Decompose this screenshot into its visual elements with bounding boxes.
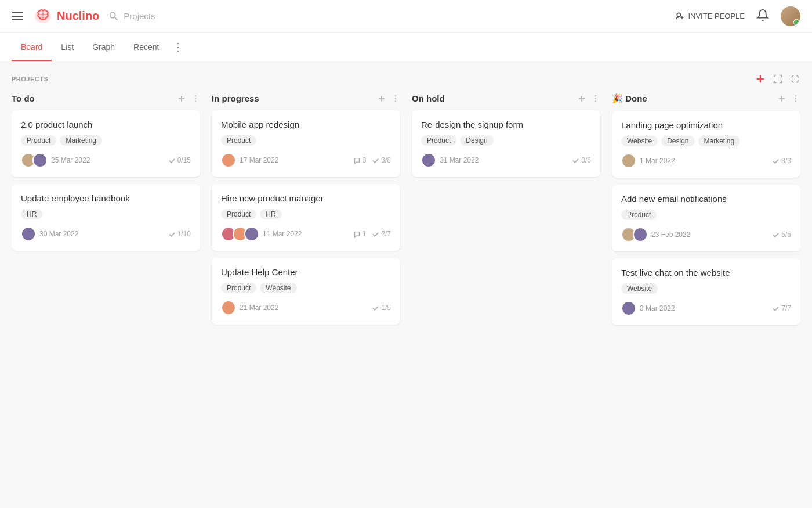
comment-count: 1 <box>353 230 367 238</box>
column-actions <box>377 94 400 103</box>
column-add-button[interactable] <box>377 94 386 103</box>
content-actions <box>755 74 800 84</box>
card-footer-right: 1/10 <box>168 230 191 238</box>
svg-point-13 <box>395 95 396 96</box>
svg-point-18 <box>595 95 596 96</box>
avatar-group <box>221 153 236 168</box>
notification-icon[interactable] <box>756 9 769 24</box>
svg-point-15 <box>395 100 396 102</box>
tab-recent[interactable]: Recent <box>124 34 168 61</box>
card-tags: ProductWebsite <box>221 283 391 293</box>
avatar-group <box>221 300 236 315</box>
card-title: Update Help Center <box>221 267 391 277</box>
column-header: In progress <box>212 93 400 103</box>
card[interactable]: Landing page optimizationWebsiteDesignMa… <box>612 111 800 178</box>
card[interactable]: Re-design the signup formProductDesign31… <box>412 110 600 177</box>
card[interactable]: Update employee handbookHR30 Mar 2022 1/… <box>12 184 200 251</box>
svg-line-2 <box>115 17 118 20</box>
check-count: 1/5 <box>372 304 391 312</box>
check-count: 7/7 <box>772 304 791 312</box>
card-date: 3 Mar 2022 <box>640 304 675 312</box>
tab-graph[interactable]: Graph <box>83 34 124 61</box>
avatar <box>421 153 436 168</box>
column-more-button[interactable] <box>191 94 200 103</box>
check-count: 3/8 <box>372 156 391 164</box>
card-title: Re-design the signup form <box>421 120 591 129</box>
card-date: 30 Mar 2022 <box>39 230 78 238</box>
card-footer-right: 5/5 <box>772 230 791 239</box>
check-count: 0/15 <box>168 156 191 164</box>
card-footer: 23 Feb 2022 5/5 <box>621 227 791 242</box>
menu-icon[interactable] <box>12 12 23 20</box>
search-bar[interactable]: Projects <box>108 11 155 21</box>
tag: Product <box>221 283 256 293</box>
tag: Design <box>661 136 694 146</box>
column-title: To do <box>12 93 35 103</box>
avatar-group <box>421 153 436 168</box>
card-date: 25 Mar 2022 <box>51 156 90 164</box>
card-tags: Product <box>221 135 391 146</box>
card-footer: 21 Mar 2022 1/5 <box>221 300 391 315</box>
card-footer: 11 Mar 2022 1 2/7 <box>221 226 391 242</box>
column-title: In progress <box>212 93 259 103</box>
avatar <box>32 153 48 168</box>
card-footer-right: 7/7 <box>772 304 791 312</box>
add-person-icon <box>675 12 684 21</box>
card[interactable]: Hire new product managerProductHR11 Mar … <box>212 184 400 251</box>
column-title: On hold <box>412 93 445 103</box>
tab-more-icon[interactable]: ⋮ <box>168 33 188 62</box>
card-footer-left: 11 Mar 2022 <box>221 226 302 242</box>
column-more-button[interactable] <box>591 94 600 103</box>
card-footer: 1 Mar 2022 3/3 <box>621 153 791 168</box>
user-avatar[interactable] <box>781 6 800 26</box>
card-tags: ProductMarketing <box>21 135 191 146</box>
svg-point-8 <box>195 95 196 96</box>
card-date: 17 Mar 2022 <box>240 156 278 164</box>
svg-point-10 <box>195 100 196 102</box>
card-footer: 31 Mar 2022 0/6 <box>421 153 591 168</box>
tab-board[interactable]: Board <box>12 34 52 61</box>
avatar <box>621 153 636 168</box>
check-count: 5/5 <box>772 230 791 239</box>
svg-point-1 <box>110 12 115 17</box>
card-tags: WebsiteDesignMarketing <box>621 136 791 146</box>
column-more-button[interactable] <box>391 94 400 103</box>
add-project-button[interactable] <box>755 74 766 84</box>
card-footer: 30 Mar 2022 1/10 <box>21 226 191 242</box>
check-count: 2/7 <box>372 230 391 238</box>
card-date: 23 Feb 2022 <box>651 230 690 239</box>
card[interactable]: Update Help CenterProductWebsite21 Mar 2… <box>212 258 400 325</box>
card[interactable]: Add new email notificationsProduct23 Feb… <box>612 185 800 251</box>
avatar <box>221 300 236 315</box>
column-title: 🎉 Done <box>612 93 647 104</box>
card-footer: 17 Mar 2022 3 3/8 <box>221 153 391 168</box>
brain-icon <box>32 6 53 27</box>
collapse-icon[interactable] <box>790 74 800 84</box>
content-header: PROJECTS <box>12 74 800 84</box>
avatar <box>21 226 36 242</box>
card-footer-left: 30 Mar 2022 <box>21 226 78 242</box>
svg-point-23 <box>795 95 796 96</box>
card[interactable]: Test live chat on the websiteWebsite3 Ma… <box>612 258 800 325</box>
search-icon <box>108 11 119 21</box>
column-add-button[interactable] <box>577 94 586 103</box>
column-todo: To do2.0 product launchProductMarketing2… <box>12 93 200 258</box>
invite-people-button[interactable]: INVITE PEOPLE <box>675 12 745 21</box>
svg-point-24 <box>795 98 796 99</box>
avatar <box>244 226 259 242</box>
avatar-group <box>21 226 36 242</box>
expand-icon[interactable] <box>773 74 783 84</box>
logo[interactable]: Nuclino <box>32 6 99 27</box>
card-tags: Product <box>621 210 791 220</box>
header-right: INVITE PEOPLE <box>675 6 800 26</box>
column-add-button[interactable] <box>177 94 186 103</box>
card-title: Test live chat on the website <box>621 268 791 278</box>
tag: Product <box>221 135 256 146</box>
column-add-button[interactable] <box>777 94 786 103</box>
tag: Product <box>421 135 456 146</box>
column-more-button[interactable] <box>791 94 800 103</box>
column-done: 🎉 DoneLanding page optimizationWebsiteDe… <box>612 93 800 332</box>
tab-list[interactable]: List <box>52 34 83 61</box>
card[interactable]: Mobile app redesignProduct17 Mar 2022 3 … <box>212 110 400 177</box>
card[interactable]: 2.0 product launchProductMarketing25 Mar… <box>12 110 200 177</box>
